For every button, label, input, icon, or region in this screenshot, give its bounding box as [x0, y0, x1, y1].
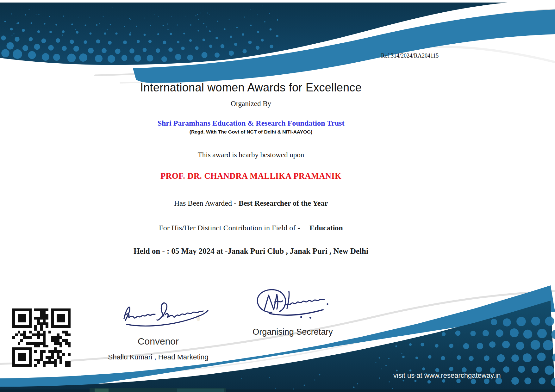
organization-name: Shri Paramhans Education & Research Foun… [0, 119, 502, 128]
field-value: Education [309, 224, 343, 232]
top-halftone-dots [1, 5, 278, 63]
convenor-name-label: Shallu Kumari , Head Marketing [103, 353, 214, 361]
registration-line: (Regd. With The Govt of NCT of Delhi & N… [0, 129, 502, 135]
field-line-prefix: For His/Her Distinct Contribution in Fie… [159, 224, 300, 232]
top-wave-decoration [0, 0, 555, 95]
convenor-signature [120, 299, 215, 331]
qr-code [12, 308, 71, 367]
convenor-role-label: Convenor [119, 336, 198, 347]
event-line: Held on - : 05 May 2024 at -Janak Puri C… [0, 247, 502, 256]
award-title: Best Researcher of the Year [239, 199, 328, 207]
secretary-signature [252, 286, 340, 319]
award-line-prefix: Has Been Awarded - [174, 199, 236, 207]
reference-number: Ref:314/2024/RA204115 [381, 53, 439, 59]
certificate-title: International women Awards for Excellenc… [0, 81, 502, 94]
award-certificate: Ref:314/2024/RA204115 International wome… [0, 0, 555, 392]
top-accent-band [133, 9, 555, 83]
recipient-name: PROF. DR. CHANDRA MALLIKA PRAMANIK [0, 171, 502, 181]
secretary-role-label: Organising Secretary [242, 327, 343, 337]
organized-by-label: Organized By [0, 100, 502, 108]
footer-website-link: visit us at www.researchgateway.in [393, 371, 501, 380]
field-line: For His/Her Distinct Contribution in Fie… [0, 224, 502, 232]
bottom-edge-strip [0, 388, 555, 392]
award-line: Has Been Awarded -Best Researcher of the… [0, 199, 502, 208]
bestowed-line: This award is hearby bestowed upon [0, 151, 502, 159]
